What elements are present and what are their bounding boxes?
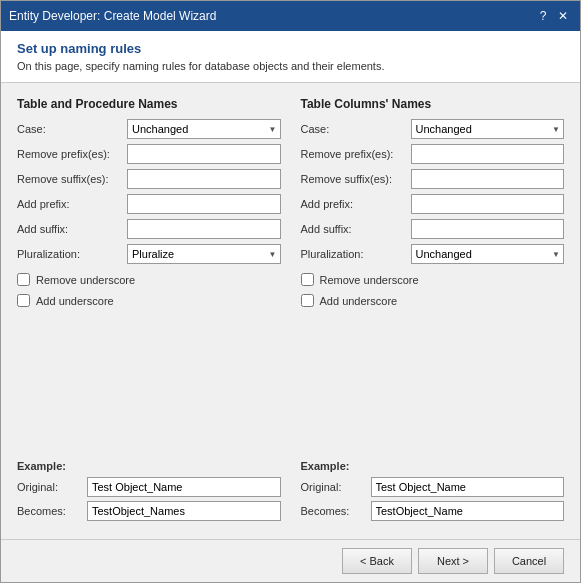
columns-remove-suffix-input[interactable] (411, 169, 565, 189)
table-add-underscore-row: Add underscore (17, 294, 281, 307)
columns-add-prefix-row: Add prefix: (301, 194, 565, 214)
table-remove-underscore-label: Remove underscore (36, 274, 135, 286)
page-description: On this page, specify naming rules for d… (17, 60, 564, 72)
main-content: Table and Procedure Names Case: Unchange… (1, 83, 580, 539)
table-case-select[interactable]: Unchanged Lower Upper Pascal Camel (127, 119, 281, 139)
title-bar-buttons: ? ✕ (534, 7, 572, 25)
table-section-title: Table and Procedure Names (17, 97, 281, 111)
dialog-title: Entity Developer: Create Model Wizard (9, 9, 216, 23)
table-pluralization-row: Pluralization: Unchanged Pluralize Singu… (17, 244, 281, 264)
columns-case-label: Case: (301, 123, 411, 135)
table-procedure-column: Table and Procedure Names Case: Unchange… (17, 97, 281, 525)
table-add-prefix-row: Add prefix: (17, 194, 281, 214)
columns-case-select-wrapper: Unchanged Lower Upper Pascal Camel (411, 119, 565, 139)
title-bar: Entity Developer: Create Model Wizard ? … (1, 1, 580, 31)
columns-original-input[interactable] (371, 477, 565, 497)
dialog-window: Entity Developer: Create Model Wizard ? … (0, 0, 581, 583)
page-title: Set up naming rules (17, 41, 564, 56)
table-example-section: Example: Original: Becomes: (17, 452, 281, 525)
table-remove-underscore-checkbox[interactable] (17, 273, 30, 286)
table-original-input[interactable] (87, 477, 281, 497)
columns-remove-underscore-row: Remove underscore (301, 273, 565, 286)
table-add-underscore-checkbox[interactable] (17, 294, 30, 307)
columns-remove-prefix-label: Remove prefix(es): (301, 148, 411, 160)
columns-add-suffix-input[interactable] (411, 219, 565, 239)
table-pluralization-select[interactable]: Unchanged Pluralize Singularize (127, 244, 281, 264)
table-original-label: Original: (17, 481, 87, 493)
columns-example-title: Example: (301, 460, 565, 472)
columns-case-row: Case: Unchanged Lower Upper Pascal Camel (301, 119, 565, 139)
help-button[interactable]: ? (534, 7, 552, 25)
dialog-footer: < Back Next > Cancel (1, 539, 580, 582)
columns-becomes-label: Becomes: (301, 505, 371, 517)
table-remove-prefix-row: Remove prefix(es): (17, 144, 281, 164)
table-case-row: Case: Unchanged Lower Upper Pascal Camel (17, 119, 281, 139)
columns-remove-suffix-label: Remove suffix(es): (301, 173, 411, 185)
columns-remove-underscore-checkbox[interactable] (301, 273, 314, 286)
columns-becomes-row: Becomes: (301, 501, 565, 521)
table-remove-suffix-label: Remove suffix(es): (17, 173, 127, 185)
columns-add-suffix-row: Add suffix: (301, 219, 565, 239)
columns-original-label: Original: (301, 481, 371, 493)
table-becomes-label: Becomes: (17, 505, 87, 517)
columns-pluralization-select[interactable]: Unchanged Pluralize Singularize (411, 244, 565, 264)
table-example-title: Example: (17, 460, 281, 472)
columns-case-select[interactable]: Unchanged Lower Upper Pascal Camel (411, 119, 565, 139)
columns-remove-prefix-row: Remove prefix(es): (301, 144, 565, 164)
table-case-label: Case: (17, 123, 127, 135)
cancel-button[interactable]: Cancel (494, 548, 564, 574)
table-remove-prefix-input[interactable] (127, 144, 281, 164)
columns-add-underscore-row: Add underscore (301, 294, 565, 307)
columns-add-underscore-label: Add underscore (320, 295, 398, 307)
columns-pluralization-row: Pluralization: Unchanged Pluralize Singu… (301, 244, 565, 264)
columns-remove-underscore-label: Remove underscore (320, 274, 419, 286)
columns-original-row: Original: (301, 477, 565, 497)
columns-column: Table Columns' Names Case: Unchanged Low… (301, 97, 565, 525)
table-add-underscore-label: Add underscore (36, 295, 114, 307)
columns-becomes-input[interactable] (371, 501, 565, 521)
table-add-suffix-row: Add suffix: (17, 219, 281, 239)
columns-section-title: Table Columns' Names (301, 97, 565, 111)
close-button[interactable]: ✕ (554, 7, 572, 25)
table-becomes-row: Becomes: (17, 501, 281, 521)
columns-add-prefix-input[interactable] (411, 194, 565, 214)
table-add-suffix-input[interactable] (127, 219, 281, 239)
table-add-prefix-label: Add prefix: (17, 198, 127, 210)
table-add-prefix-input[interactable] (127, 194, 281, 214)
header-section: Set up naming rules On this page, specif… (1, 31, 580, 83)
table-remove-prefix-label: Remove prefix(es): (17, 148, 127, 160)
table-remove-suffix-input[interactable] (127, 169, 281, 189)
table-original-row: Original: (17, 477, 281, 497)
columns-remove-suffix-row: Remove suffix(es): (301, 169, 565, 189)
table-pluralization-label: Pluralization: (17, 248, 127, 260)
columns-example-section: Example: Original: Becomes: (301, 452, 565, 525)
table-remove-underscore-row: Remove underscore (17, 273, 281, 286)
columns-pluralization-label: Pluralization: (301, 248, 411, 260)
columns-pluralization-select-wrapper: Unchanged Pluralize Singularize (411, 244, 565, 264)
table-remove-suffix-row: Remove suffix(es): (17, 169, 281, 189)
back-button[interactable]: < Back (342, 548, 412, 574)
table-pluralization-select-wrapper: Unchanged Pluralize Singularize (127, 244, 281, 264)
columns-remove-prefix-input[interactable] (411, 144, 565, 164)
columns-add-underscore-checkbox[interactable] (301, 294, 314, 307)
columns-add-suffix-label: Add suffix: (301, 223, 411, 235)
table-case-select-wrapper: Unchanged Lower Upper Pascal Camel (127, 119, 281, 139)
next-button[interactable]: Next > (418, 548, 488, 574)
table-becomes-input[interactable] (87, 501, 281, 521)
columns-add-prefix-label: Add prefix: (301, 198, 411, 210)
table-add-suffix-label: Add suffix: (17, 223, 127, 235)
